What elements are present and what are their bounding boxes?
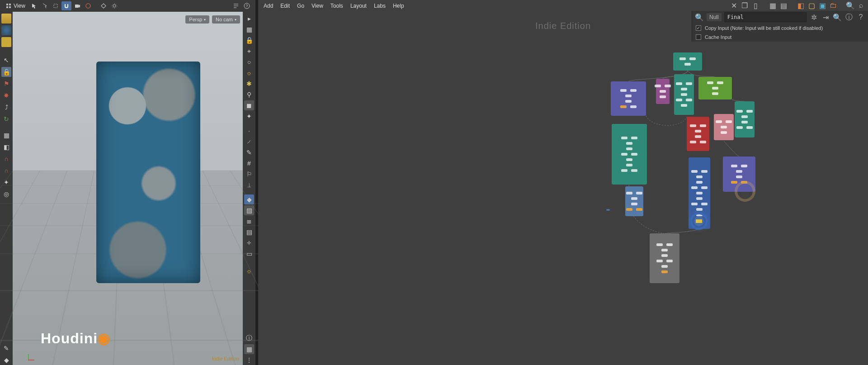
sticky-icon[interactable]: ▢ (807, 1, 816, 10)
subnet-box[interactable] (698, 77, 732, 100)
lasso-tool[interactable] (40, 1, 50, 10)
rshelf-line-icon[interactable]: ⟋ (244, 137, 254, 147)
rshelf-arrow-icon[interactable]: ▸ (244, 14, 254, 24)
camera-label: No cam (216, 17, 233, 22)
gear-icon[interactable] (109, 1, 119, 10)
copy-input-label: Copy Input (Note: Input will be still co… (705, 25, 823, 31)
shelf-person-icon[interactable]: ⚑ (1, 79, 11, 89)
gridview-icon[interactable]: ▦ (768, 1, 778, 10)
menu-go[interactable]: Go (293, 2, 308, 10)
svg-rect-1 (75, 5, 79, 8)
menu-help[interactable]: Help (389, 2, 408, 10)
shelf-pointer-icon[interactable]: ↖ (1, 55, 11, 65)
cache-input-checkbox[interactable] (696, 34, 701, 40)
shelf-reload-icon[interactable]: ↻ (1, 114, 11, 124)
op-find-icon[interactable]: 🔍 (695, 13, 704, 22)
rshelf-pen-icon[interactable]: ✎ (244, 147, 254, 157)
network-wires (258, 11, 868, 365)
menu-add[interactable]: Add (260, 2, 277, 10)
parameter-pane: 🔍 Null ✲ ⇥ 🔍 ⓘ ? Copy Input (Note: Input… (692, 11, 868, 42)
camera-dropdown[interactable]: No cam ▾ (212, 15, 240, 24)
rshelf-sun-icon[interactable]: ✱ (244, 79, 254, 89)
help-icon[interactable]: ? (242, 1, 252, 10)
subnet-box[interactable] (611, 81, 646, 116)
shelf-texture-icon[interactable]: ▦ (1, 130, 11, 140)
wrench-icon[interactable]: ✕ (729, 1, 739, 10)
subnet-box[interactable] (612, 124, 647, 185)
folder-icon[interactable]: 🗀 (828, 1, 838, 10)
param-help-icon[interactable]: ? (856, 13, 865, 22)
persp-label: Persp (189, 17, 202, 22)
rshelf-lock-icon[interactable]: 🔒 (244, 35, 254, 45)
rshelf-axis-icon[interactable]: ✦ (244, 111, 254, 121)
operator-name-field[interactable] (724, 12, 807, 22)
viewport-3d[interactable]: Persp ▾ No cam ▾ Houdini◉ Indie Edition (13, 12, 243, 365)
rshelf-pin-icon[interactable]: ⚲ (244, 90, 254, 100)
shelf-lock-icon[interactable]: 🔒 (1, 67, 11, 77)
param-copy-input[interactable]: Copy Input (Note: Input will be still co… (692, 24, 868, 33)
param-jump-icon[interactable]: ⇥ (821, 13, 830, 22)
viewport-tab-view[interactable]: View (2, 1, 29, 11)
menu-labs[interactable]: Labs (370, 2, 389, 10)
listview-icon[interactable]: ▤ (778, 1, 788, 10)
rshelf-num-icon[interactable]: # (244, 158, 254, 168)
operator-type-text: Null (709, 14, 719, 20)
menu-layout[interactable]: Layout (347, 2, 370, 10)
rshelf-bulb-icon[interactable]: ☼ (244, 68, 254, 78)
doc-icon[interactable]: ▯ (750, 1, 760, 10)
palette-icon[interactable]: ◧ (796, 1, 806, 10)
copy-input-checkbox[interactable] (696, 25, 701, 31)
rshelf-cube-icon[interactable]: ◼ (244, 100, 254, 110)
layout-options-icon[interactable] (231, 1, 241, 10)
find-ops-icon[interactable]: ⌕ (856, 1, 866, 10)
camera-icon[interactable] (72, 1, 82, 10)
axis-gnomon-icon (26, 352, 36, 362)
svg-point-3 (102, 4, 105, 8)
svg-point-4 (113, 5, 116, 7)
box-select-tool[interactable] (51, 1, 61, 10)
network-view[interactable]: Indie Edition Geometry (258, 11, 868, 365)
param-search-icon[interactable]: 🔍 (833, 13, 842, 22)
rshelf-quad-icon[interactable]: ▦ (244, 24, 254, 34)
param-info-icon[interactable]: ⓘ (844, 13, 854, 22)
logo-swirl-icon: ◉ (98, 330, 111, 346)
persp-dropdown[interactable]: Persp ▾ (185, 15, 209, 24)
copy-icon[interactable]: ❐ (740, 1, 750, 10)
subnet-box[interactable] (735, 101, 755, 137)
menu-edit[interactable]: Edit (277, 2, 293, 10)
subnet-box[interactable] (650, 233, 679, 283)
rshelf-target-icon[interactable]: ⌖ (244, 46, 254, 56)
shelf-tag-icon[interactable] (1, 37, 11, 47)
render-icon[interactable] (99, 1, 108, 10)
param-gear-icon[interactable]: ✲ (809, 13, 818, 22)
cache-input-label: Cache Input (705, 34, 731, 40)
subnet-box[interactable] (687, 117, 709, 151)
houdini-logo: Houdini◉ (41, 330, 111, 347)
subnet-box[interactable] (656, 79, 670, 104)
shelf-create-icon[interactable] (1, 14, 11, 24)
select-tool[interactable] (29, 1, 39, 10)
snapping-toggle[interactable] (61, 1, 71, 10)
subnet-box[interactable] (625, 186, 643, 216)
subnet-box[interactable] (673, 52, 702, 71)
mesh-preview (96, 62, 200, 283)
shelf-shader-icon[interactable] (1, 25, 11, 35)
display-flag-ring[interactable] (690, 213, 708, 230)
menu-view[interactable]: View (308, 2, 327, 10)
logo-text: Houdini (41, 330, 98, 346)
record-icon[interactable] (83, 1, 93, 10)
param-cache-input[interactable]: Cache Input (692, 33, 868, 42)
rshelf-dot-icon[interactable]: · (244, 126, 254, 136)
shelf-light-icon[interactable]: ✸ (1, 90, 11, 100)
shelf-clip-icon[interactable]: ◧ (1, 142, 11, 152)
rshelf-sphere-icon[interactable]: ○ (244, 57, 254, 67)
subnet-box[interactable] (714, 114, 734, 140)
menu-tools[interactable]: Tools (327, 2, 347, 10)
shelf-tree-icon[interactable]: ⤴ (1, 102, 11, 112)
shelf-magnet-icon[interactable]: ∩ (1, 154, 11, 164)
search-icon[interactable]: 🔍 (845, 1, 855, 10)
subnet-box[interactable] (674, 74, 694, 115)
template-flag-ring (735, 181, 755, 202)
loose-node[interactable] (606, 209, 610, 211)
image-icon[interactable]: ▣ (817, 1, 827, 10)
